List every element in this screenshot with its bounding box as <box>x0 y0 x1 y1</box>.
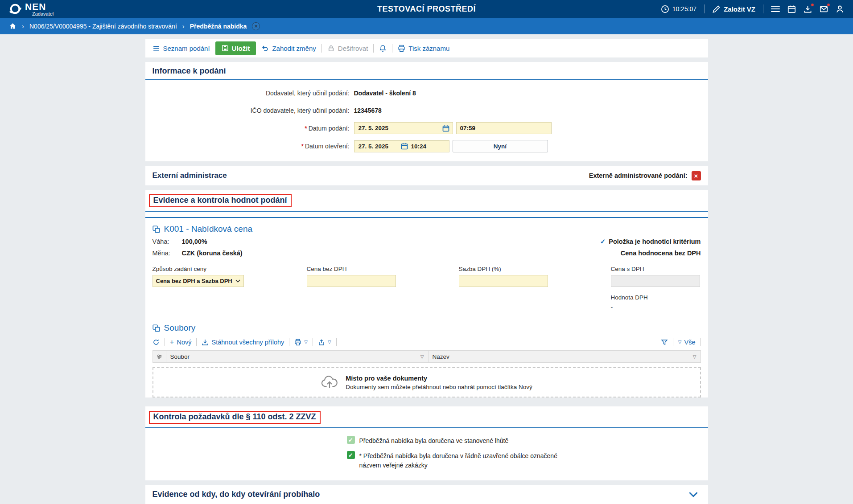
undo-icon <box>261 45 269 52</box>
expand-chevron-icon[interactable] <box>688 492 698 497</box>
user-icon[interactable] <box>836 5 844 13</box>
breadcrumb: › N006/25/V00004995 - Zajištění závodníh… <box>0 18 853 34</box>
bell-icon <box>379 45 387 52</box>
datum-otevreni-input[interactable] <box>354 140 449 152</box>
section-title: Evidence od kdy, do kdy otevírání probíh… <box>152 490 320 499</box>
field-hodnota-dph: Hodnota DPH - <box>611 294 700 311</box>
filter-button[interactable] <box>661 339 668 346</box>
divider <box>373 44 374 53</box>
filter-vse-button[interactable]: ▽ Vše <box>678 339 696 346</box>
save-button[interactable]: Uložit <box>215 41 256 55</box>
section-title: Kontrola požadavků dle § 110 odst. 2 ZZV… <box>153 412 316 422</box>
externe-administrovane-podani: Externě administrované podání: × <box>589 171 701 180</box>
nen-logo[interactable]: NEN Zadavatel <box>9 2 54 16</box>
upload-cloud-icon <box>321 376 338 389</box>
k001-title: K001 - Nabídková cena <box>152 224 701 234</box>
required-marker: * <box>305 125 307 132</box>
brand-role: Zadavatel <box>25 12 54 16</box>
divider <box>673 338 673 346</box>
meta-row-vaha: Váha: 100,00% ✓ Položka je hodnotící kri… <box>152 238 701 246</box>
field-label: Cena s DPH <box>611 266 700 272</box>
section-body: Dodavatel, který učinil podání: Dodavate… <box>145 80 708 161</box>
field-cena-bez-dph: Cena bez DPH <box>307 266 396 287</box>
datum-otevreni-date-text[interactable] <box>358 143 399 150</box>
panel-divider <box>145 217 708 218</box>
sazba-dph-input[interactable] <box>459 275 548 287</box>
divider <box>701 338 701 346</box>
zalozit-vz-button[interactable]: Založit VZ <box>712 5 755 13</box>
edit-icon <box>712 5 721 13</box>
files-icon <box>152 324 160 332</box>
datum-podani-date-input[interactable] <box>354 122 453 134</box>
check-label: Předběžná nabídka byla doručena ve stano… <box>359 436 509 445</box>
calendar-icon[interactable] <box>401 143 408 150</box>
brand-name: NEN <box>25 2 54 11</box>
cena-bez-dph-input[interactable] <box>307 275 396 287</box>
divider <box>704 4 705 13</box>
annotation-highlight: Kontrola požadavků dle § 110 odst. 2 ZZV… <box>149 411 321 424</box>
field-label: IČO dodavatele, který učinil podání: <box>152 107 354 114</box>
export-button[interactable]: ▽ <box>318 339 331 346</box>
section-header: Evidence a kontrola hodnot podání <box>145 190 708 212</box>
section-header: Informace k podání <box>145 62 708 80</box>
save-icon <box>222 45 229 52</box>
close-tab-icon[interactable]: × <box>252 22 260 30</box>
filter-caret-icon[interactable]: ▽ <box>420 354 424 359</box>
required-marker: * <box>301 143 303 150</box>
section-evidence-oteviranii[interactable]: Evidence od kdy, do kdy otevírání probíh… <box>145 485 708 504</box>
print-files-button[interactable]: ▽ <box>294 339 308 346</box>
column-settings-icon[interactable] <box>153 351 166 362</box>
section-kontrola-pozadavku: Kontrola požadavků dle § 110 odst. 2 ZZV… <box>145 406 708 480</box>
section-title: Evidence a kontrola hodnot podání <box>153 196 287 205</box>
k001-meta: Váha: 100,00% ✓ Položka je hodnotící kri… <box>152 238 701 257</box>
calendar-icon[interactable] <box>787 5 796 13</box>
discard-changes-button[interactable]: Zahodit změny <box>261 45 316 52</box>
datum-otevreni-time-text[interactable] <box>410 143 436 150</box>
file-dropzone[interactable]: Místo pro vaše dokumenty Dokumenty sem m… <box>152 367 701 397</box>
hodnota-dph-value: - <box>611 303 700 311</box>
divider <box>321 44 322 53</box>
print-record-button[interactable]: Tisk záznamu <box>398 45 449 52</box>
column-header-soubor[interactable]: Soubor ▽ <box>166 351 429 362</box>
divider <box>165 338 165 346</box>
nen-logo-icon <box>9 3 21 15</box>
field-label: Sazba DPH (%) <box>459 266 548 272</box>
downloads-icon[interactable] <box>804 5 812 13</box>
checkbox-checked[interactable]: ✓ <box>347 451 355 459</box>
mena-label: Měna: <box>152 250 182 257</box>
divider <box>336 338 337 346</box>
field-label: Způsob zadání ceny <box>152 266 244 272</box>
datum-podani-time-input[interactable] <box>456 122 552 134</box>
lock-icon <box>327 45 335 52</box>
breadcrumb-item-zakazka[interactable]: N006/25/V00004995 - Zajištění závodního … <box>29 23 177 30</box>
column-header-nazev[interactable]: Název ▽ <box>429 351 701 362</box>
field-label: *Datum otevření: <box>152 143 354 150</box>
topbar-actions: 10:25:07 Založit VZ <box>661 4 844 13</box>
vaha-label: Váha: <box>152 238 182 245</box>
novy-button[interactable]: + Nový <box>170 338 192 346</box>
filter-caret-icon[interactable]: ▽ <box>693 354 696 359</box>
datum-podani-date-text[interactable] <box>358 124 440 132</box>
dropzone-subtitle: Dokumenty sem můžete přetáhnout nebo nah… <box>346 384 532 390</box>
cross-checkbox-icon[interactable]: × <box>692 171 701 180</box>
kriterium-note: ✓ Položka je hodnotící kritérium <box>600 238 701 246</box>
nyni-button[interactable]: Nyní <box>453 140 548 152</box>
files-table-header: Soubor ▽ Název ▽ <box>152 350 701 363</box>
divider <box>392 44 392 53</box>
annotation-highlight: Evidence a kontrola hodnot podání <box>149 194 292 207</box>
check-icon: ✓ <box>600 238 606 246</box>
messages-icon[interactable] <box>820 5 828 13</box>
home-icon[interactable] <box>9 22 16 30</box>
k001-panel: K001 - Nabídková cena Váha: 100,00% ✓ Po… <box>145 224 708 397</box>
zpusob-zadani-select[interactable]: Cena bez DPH a Sazba DPH <box>152 275 244 287</box>
calendar-icon[interactable] <box>442 125 449 132</box>
menu-icon[interactable] <box>771 6 780 12</box>
field-zpusob-zadani: Způsob zadání ceny Cena bez DPH a Sazba … <box>152 266 244 287</box>
notifications-button[interactable] <box>379 45 387 52</box>
refresh-button[interactable] <box>152 339 160 346</box>
seznam-podani-button[interactable]: Seznam podání <box>152 45 210 52</box>
download-all-button[interactable]: Stáhnout všechny přílohy <box>202 339 284 346</box>
files-toolbar-right: ▽ Vše <box>661 338 701 346</box>
divider <box>763 4 763 13</box>
mena-value: CZK (koruna česká) <box>182 250 243 257</box>
